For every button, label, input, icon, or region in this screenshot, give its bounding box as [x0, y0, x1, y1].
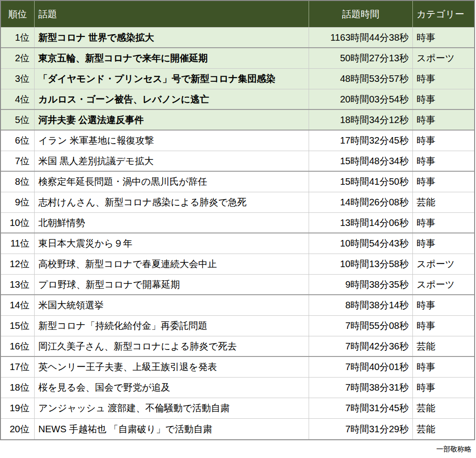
- table-row: 2位東京五輪、新型コロナで来年に開催延期50時間27分13秒スポーツ: [1, 48, 474, 69]
- topic-cell: 高校野球、新型コロナで春夏連続大会中止: [35, 254, 309, 274]
- footnote: 一部敬称略: [0, 440, 475, 454]
- rank-cell: 8位: [1, 172, 35, 192]
- topic-cell: アンジャッシュ 渡部建、不倫騒動で活動自粛: [35, 398, 309, 418]
- rank-cell: 9位: [1, 192, 35, 212]
- time-cell: 15時間48分34秒: [309, 151, 413, 171]
- table-row: 12位高校野球、新型コロナで春夏連続大会中止10時間13分58秒スポーツ: [1, 254, 474, 275]
- table-row: 6位イラン 米軍基地に報復攻撃17時間32分45秒時事: [1, 131, 474, 151]
- category-cell: スポーツ: [413, 48, 474, 68]
- category-cell: スポーツ: [413, 254, 474, 274]
- category-cell: 時事: [413, 69, 474, 89]
- table-row: 15位新型コロナ「持続化給付金」再委託問題7時間55分08秒時事: [1, 316, 474, 336]
- rank-cell: 20位: [1, 419, 35, 439]
- rank-cell: 4位: [1, 89, 35, 109]
- topic-cell: 新型コロナ 世界で感染拡大: [35, 28, 309, 47]
- rank-cell: 17位: [1, 357, 35, 377]
- category-cell: 時事: [413, 213, 474, 233]
- category-cell: 時事: [413, 89, 474, 109]
- table-row: 11位東日本大震災から９年10時間54分43秒時事: [1, 233, 474, 254]
- table-row: 20位NEWS 手越祐也 「自粛破り」で活動自粛7時間31分29秒芸能: [1, 419, 474, 439]
- table-row: 9位志村けんさん、新型コロナ感染による肺炎で急死14時間26分08秒芸能: [1, 192, 474, 213]
- time-cell: 7時間31分45秒: [309, 398, 413, 418]
- time-cell: 50時間27分13秒: [309, 48, 413, 68]
- time-cell: 7時間55分08秒: [309, 316, 413, 336]
- table-row: 13位プロ野球、新型コロナで開幕延期9時間38分35秒スポーツ: [1, 275, 474, 295]
- topic-cell: 新型コロナ「持続化給付金」再委託問題: [35, 316, 309, 336]
- topic-cell: 北朝鮮情勢: [35, 213, 309, 233]
- time-cell: 7時間42分36秒: [309, 336, 413, 356]
- topic-cell: 米国 黒人差別抗議デモ拡大: [35, 151, 309, 171]
- time-cell: 17時間32分45秒: [309, 131, 413, 151]
- topic-cell: イラン 米軍基地に報復攻撃: [35, 131, 309, 151]
- topic-cell: 河井夫妻 公選法違反事件: [35, 110, 309, 130]
- time-cell: 7時間38分31秒: [309, 378, 413, 398]
- time-cell: 13時間14分06秒: [309, 213, 413, 233]
- category-cell: スポーツ: [413, 275, 474, 294]
- category-cell: 時事: [413, 233, 474, 254]
- table-row: 1位新型コロナ 世界で感染拡大1163時間44分38秒時事: [1, 28, 474, 48]
- time-cell: 7時間31分29秒: [309, 419, 413, 439]
- time-cell: 8時間38分14秒: [309, 295, 413, 315]
- category-cell: 時事: [413, 172, 474, 192]
- table-row: 16位岡江久美子さん、新型コロナによる肺炎で死去7時間42分36秒芸能: [1, 336, 474, 357]
- table-header-row: 順位 話題 話題時間 カテゴリー: [1, 1, 474, 28]
- rank-cell: 15位: [1, 316, 35, 336]
- category-cell: 芸能: [413, 419, 474, 439]
- rank-cell: 3位: [1, 69, 35, 89]
- category-cell: 芸能: [413, 192, 474, 212]
- rank-cell: 13位: [1, 275, 35, 294]
- rank-cell: 2位: [1, 48, 35, 68]
- category-cell: 芸能: [413, 398, 474, 418]
- topic-cell: 志村けんさん、新型コロナ感染による肺炎で急死: [35, 192, 309, 212]
- rank-cell: 7位: [1, 151, 35, 171]
- table-row: 4位カルロス・ゴーン被告、レバノンに逃亡20時間03分54秒時事: [1, 89, 474, 110]
- rank-cell: 11位: [1, 233, 35, 254]
- topic-cell: 「ダイヤモンド・プリンセス」号で新型コロナ集団感染: [35, 69, 309, 89]
- time-cell: 9時間38分35秒: [309, 275, 413, 294]
- time-cell: 18時間34分12秒: [309, 110, 413, 130]
- topic-cell: 英ヘンリー王子夫妻、上級王族引退を発表: [35, 357, 309, 377]
- table-row: 8位検察定年延長問題・渦中の黒川氏が辞任15時間41分50秒時事: [1, 172, 474, 192]
- topic-cell: 東日本大震災から９年: [35, 233, 309, 254]
- category-cell: 時事: [413, 151, 474, 171]
- time-cell: 15時間41分50秒: [309, 172, 413, 192]
- table-row: 17位英ヘンリー王子夫妻、上級王族引退を発表7時間40分01秒時事: [1, 357, 474, 378]
- category-cell: 時事: [413, 378, 474, 398]
- topic-cell: カルロス・ゴーン被告、レバノンに逃亡: [35, 89, 309, 109]
- column-header-topic: 話題: [35, 1, 309, 27]
- column-header-category: カテゴリー: [413, 1, 474, 27]
- topic-cell: プロ野球、新型コロナで開幕延期: [35, 275, 309, 294]
- time-cell: 48時間53分57秒: [309, 69, 413, 89]
- rank-cell: 6位: [1, 131, 35, 151]
- topic-ranking-table: 順位 話題 話題時間 カテゴリー 1位新型コロナ 世界で感染拡大1163時間44…: [0, 0, 475, 440]
- category-cell: 時事: [413, 357, 474, 377]
- time-cell: 1163時間44分38秒: [309, 28, 413, 47]
- table-row: 5位河井夫妻 公選法違反事件18時間34分12秒時事: [1, 110, 474, 131]
- topic-cell: 検察定年延長問題・渦中の黒川氏が辞任: [35, 172, 309, 192]
- rank-cell: 5位: [1, 110, 35, 130]
- topic-cell: 岡江久美子さん、新型コロナによる肺炎で死去: [35, 336, 309, 356]
- rank-cell: 19位: [1, 398, 35, 418]
- rank-cell: 16位: [1, 336, 35, 356]
- rank-cell: 12位: [1, 254, 35, 274]
- table-row: 18位桜を見る会、国会で野党が追及7時間38分31秒時事: [1, 378, 474, 398]
- rank-cell: 18位: [1, 378, 35, 398]
- rank-cell: 10位: [1, 213, 35, 233]
- topic-cell: 東京五輪、新型コロナで来年に開催延期: [35, 48, 309, 68]
- time-cell: 7時間40分01秒: [309, 357, 413, 377]
- time-cell: 10時間54分43秒: [309, 233, 413, 254]
- table-row: 10位北朝鮮情勢13時間14分06秒時事: [1, 213, 474, 233]
- topic-cell: 桜を見る会、国会で野党が追及: [35, 378, 309, 398]
- time-cell: 20時間03分54秒: [309, 89, 413, 109]
- column-header-rank: 順位: [1, 1, 35, 27]
- table-row: 19位アンジャッシュ 渡部建、不倫騒動で活動自粛7時間31分45秒芸能: [1, 398, 474, 419]
- time-cell: 10時間13分58秒: [309, 254, 413, 274]
- topic-cell: 米国大統領選挙: [35, 295, 309, 315]
- category-cell: 時事: [413, 316, 474, 336]
- category-cell: 芸能: [413, 336, 474, 356]
- table-row: 14位米国大統領選挙8時間38分14秒時事: [1, 295, 474, 316]
- rank-cell: 14位: [1, 295, 35, 315]
- column-header-time: 話題時間: [309, 1, 413, 27]
- category-cell: 時事: [413, 131, 474, 151]
- category-cell: 時事: [413, 110, 474, 130]
